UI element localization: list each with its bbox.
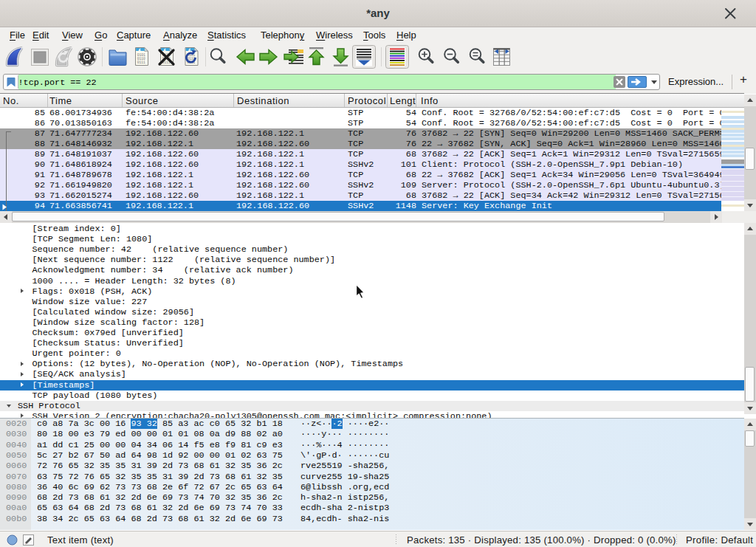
svg-text:0111: 0111: [137, 61, 145, 64]
